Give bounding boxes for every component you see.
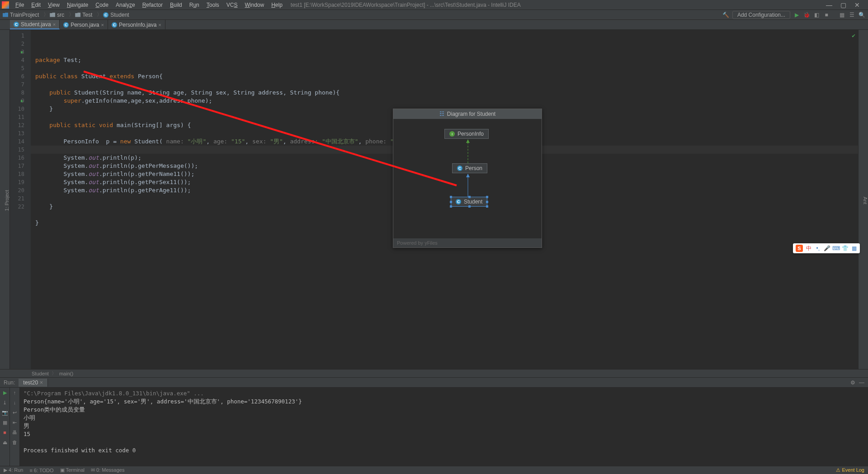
clear-icon[interactable]: 🗑 — [12, 439, 18, 446]
ime-menu-icon[interactable]: ▦ — [851, 245, 857, 251]
event-log[interactable]: ⚠ Event Log — [836, 467, 864, 473]
uml-node-student[interactable]: C Student — [451, 197, 487, 207]
up-icon[interactable]: ↑ — [12, 389, 18, 396]
run-header: Run: test20× ⚙ — — [0, 378, 868, 388]
tool-run[interactable]: ▶ 4: Run — [4, 467, 23, 473]
tool-messages[interactable]: ✉ 0: Messages — [91, 467, 124, 473]
menu-help[interactable]: Help — [268, 1, 286, 9]
tool-ant[interactable]: Ant — [863, 197, 868, 204]
uml-node-person[interactable]: C Person — [452, 163, 487, 173]
crumb-test[interactable]: Test — [75, 12, 92, 18]
wrap-icon[interactable]: ↩ — [12, 409, 18, 416]
minimize-icon[interactable]: — — [826, 1, 832, 9]
diagram-canvas[interactable]: I PersonInfo C Person C Student — [393, 119, 542, 238]
stop-icon[interactable]: ■ — [2, 429, 8, 436]
run-icon[interactable]: ▶ — [793, 11, 800, 19]
tab-student[interactable]: C Student.java × — [10, 20, 60, 29]
down-icon[interactable]: ↓ — [12, 399, 18, 406]
class-icon: C — [112, 22, 117, 28]
tab-label: PersonInfo.java — [119, 22, 156, 28]
tab-label: Student.java — [21, 21, 51, 28]
crumb-method[interactable]: main() — [59, 371, 73, 376]
tool-todo[interactable]: ≡ 6: TODO — [29, 468, 53, 473]
ime-voice-icon[interactable]: 🎤 — [824, 245, 830, 251]
debug-icon[interactable]: 🐞 — [803, 11, 810, 19]
app-icon — [2, 1, 9, 9]
console-output[interactable]: "C:\Program Files\Java\jdk1.8.0_131\bin\… — [20, 388, 868, 466]
build-icon[interactable]: 🔨 — [722, 11, 730, 19]
menu-analyze[interactable]: Analyze — [112, 1, 139, 9]
tool-project[interactable]: 1: Project — [4, 190, 9, 211]
menu-build[interactable]: Build — [166, 1, 186, 9]
diagram-title-bar[interactable]: ☷ Diagram for Student — [393, 109, 542, 119]
menu-navigate[interactable]: Navigate — [63, 1, 92, 9]
menu-view[interactable]: View — [44, 1, 63, 9]
scroll-icon[interactable]: ⇤ — [12, 419, 18, 426]
class-icon: C — [456, 199, 461, 204]
gear-icon[interactable]: ⚙ — [850, 379, 855, 386]
exit-icon[interactable]: ⏏ — [2, 439, 8, 446]
menu-run[interactable]: Run — [186, 1, 203, 9]
inspection-ok-icon[interactable]: ✔ — [852, 32, 855, 40]
tab-close-icon[interactable]: × — [53, 22, 56, 27]
minimize-tool-icon[interactable]: — — [859, 379, 864, 386]
class-icon: C — [63, 22, 69, 28]
crumb-class[interactable]: Student — [32, 371, 49, 376]
tab-personinfo[interactable]: C PersonInfo.java × — [108, 20, 165, 29]
ime-keyboard-icon[interactable]: ⌨ — [833, 245, 839, 251]
crumb-file[interactable]: CStudent — [103, 12, 129, 18]
crumb-sep: 〉 — [69, 11, 74, 19]
ime-punct-icon[interactable]: •ˌ — [815, 245, 821, 251]
diagram-popup[interactable]: ☷ Diagram for Student I PersonInfo C Per… — [393, 109, 542, 248]
crumb-project[interactable]: TrainProject — [3, 12, 39, 18]
close-icon[interactable]: ✕ — [854, 1, 860, 9]
diagram-title: Diagram for Student — [447, 111, 495, 117]
class-icon: C — [457, 166, 462, 171]
uml-node-personinfo[interactable]: I PersonInfo — [444, 129, 489, 139]
tool-terminal[interactable]: ▣ Terminal — [60, 467, 85, 473]
ime-floating-bar[interactable]: S 中 •ˌ 🎤 ⌨ 👕 ▦ — [793, 243, 860, 253]
menu-edit[interactable]: Edit — [28, 1, 44, 9]
project-structure-icon[interactable]: ▦ — [838, 11, 845, 19]
tab-person[interactable]: C Person.java × — [60, 20, 108, 29]
camera-icon[interactable]: 📷 — [2, 409, 8, 416]
add-configuration-button[interactable]: Add Configuration... — [732, 11, 790, 19]
left-tool-strip: 1: Project 2: Favorites — [0, 30, 10, 369]
right-tool-strip: Ant Database 7: Structure — [858, 30, 868, 369]
crumb-sep: 〉 — [97, 11, 102, 19]
crumb-src[interactable]: src — [50, 12, 64, 18]
editor-breadcrumbs: Student 〉 main() — [0, 369, 868, 377]
ime-logo-icon[interactable]: S — [796, 245, 803, 252]
tab-close-icon[interactable]: × — [158, 22, 161, 28]
menu-window[interactable]: Window — [241, 1, 268, 9]
apply-icon[interactable]: ⤓ — [2, 399, 8, 406]
settings-icon[interactable]: ☰ — [848, 11, 855, 19]
rerun-icon[interactable]: ▶ — [2, 389, 8, 396]
run-gutter-icon[interactable]: ▶ — [21, 48, 24, 56]
tab-close-icon[interactable]: × — [40, 379, 43, 386]
run-toolbar-left2: ↑ ↓ ↩ ⇤ 🖶 🗑 — [10, 388, 20, 466]
tab-close-icon[interactable]: × — [101, 22, 104, 28]
class-icon: C — [103, 12, 108, 18]
menu-code[interactable]: Code — [92, 1, 112, 9]
main-area: 1: Project 2: Favorites 123▶ 45678 9▶ 10… — [0, 30, 868, 369]
ime-skin-icon[interactable]: 👕 — [842, 245, 848, 251]
class-icon: C — [14, 22, 19, 27]
diagram-footer: Powered by yFiles — [393, 238, 542, 247]
bottom-toolbar: ▶ 4: Run ≡ 6: TODO ▣ Terminal ✉ 0: Messa… — [0, 466, 868, 474]
print-icon[interactable]: 🖶 — [12, 429, 18, 436]
window-controls: — ▢ ✕ — [826, 1, 860, 9]
layout-icon[interactable]: ▦ — [2, 419, 8, 426]
run-label: Run: — [0, 379, 19, 386]
maximize-icon[interactable]: ▢ — [840, 1, 846, 9]
ime-mode[interactable]: 中 — [806, 245, 812, 251]
menu-tools[interactable]: Tools — [203, 1, 223, 9]
menu-vcs[interactable]: VCS — [223, 1, 241, 9]
menu-refactor[interactable]: Refactor — [139, 1, 166, 9]
search-icon[interactable]: 🔍 — [858, 11, 865, 19]
run-tab[interactable]: test20× — [19, 379, 48, 387]
menu-file[interactable]: File — [12, 1, 28, 9]
coverage-icon[interactable]: ◧ — [813, 11, 820, 19]
stop-icon[interactable]: ■ — [823, 11, 830, 19]
run-gutter-icon[interactable]: ▶ — [21, 97, 24, 105]
